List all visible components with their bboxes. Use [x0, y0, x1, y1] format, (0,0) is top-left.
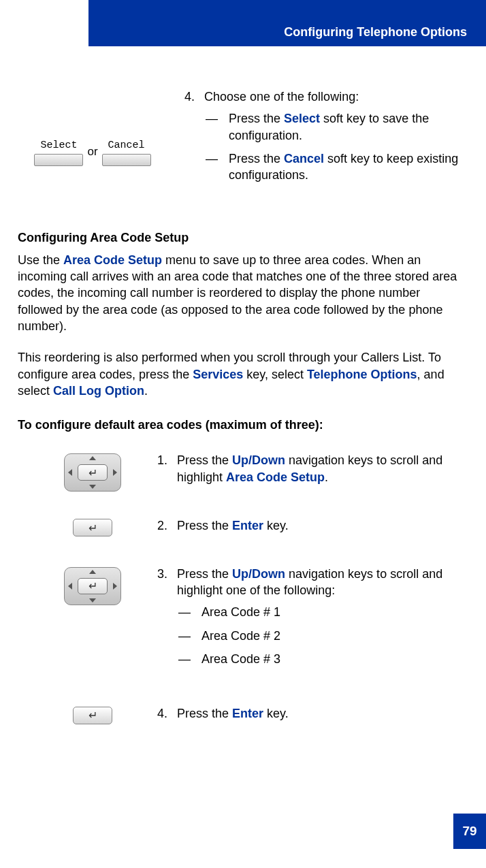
enter-keyword: Enter	[232, 519, 263, 532]
enter-keyword: Enter	[232, 707, 263, 720]
steps-block: ↵ 1. Press the Up/Down navigation keys t…	[18, 452, 468, 727]
text: Press the	[177, 707, 232, 720]
step3-opt1: — Area Code # 1	[177, 604, 468, 620]
step3-marker: 3.	[154, 566, 167, 674]
services-link: Services	[193, 368, 243, 381]
step3-icon-col: ↵	[59, 566, 127, 605]
step4b-text: 4. Press the Enter key.	[154, 705, 468, 727]
step4-item: 4. Choose one of the following: — Press …	[181, 89, 468, 190]
cancel-softkey-container: Cancel	[102, 139, 151, 166]
section-para1: Use the Area Code Setup menu to save up …	[18, 252, 468, 334]
nav-up-icon	[89, 570, 96, 574]
nav-cluster-icon: ↵	[64, 453, 121, 492]
step1-marker: 1.	[154, 452, 167, 485]
nav-right-icon	[113, 469, 117, 476]
step4b-item: 4. Press the Enter key.	[154, 705, 468, 722]
or-text: or	[87, 144, 97, 160]
text: key.	[263, 519, 289, 532]
step4-marker: 4.	[181, 89, 195, 190]
cancel-softkey-icon	[102, 154, 151, 166]
area-code-setup-keyword: Area Code Setup	[226, 470, 325, 484]
header-title: Configuring Telephone Options	[284, 25, 467, 39]
text: Press the	[229, 112, 284, 125]
step3-item: 3. Press the Up/Down navigation keys to …	[154, 566, 468, 674]
step4-opt-b-content: Press the Cancel soft key to keep existi…	[229, 150, 468, 184]
step1-item: 1. Press the Up/Down navigation keys to …	[154, 452, 468, 485]
step2-content: Press the Enter key.	[177, 517, 468, 534]
nav-enter-icon: ↵	[78, 578, 108, 594]
enter-key-icon: ↵	[73, 707, 112, 724]
step4-opt-a-content: Press the Select soft key to save the co…	[229, 110, 468, 144]
nav-right-icon	[113, 583, 117, 590]
page-number: 79	[462, 824, 476, 839]
step3-content: Press the Up/Down navigation keys to scr…	[177, 566, 468, 674]
section-para2: This reordering is also performed when y…	[18, 349, 468, 399]
step2-text: 2. Press the Enter key.	[154, 517, 468, 539]
step4-opt-b: — Press the Cancel soft key to keep exis…	[204, 150, 468, 184]
text: Press the	[177, 567, 232, 581]
step3-text: 3. Press the Up/Down navigation keys to …	[154, 566, 468, 679]
text: Press the	[177, 519, 232, 532]
step1-content: Press the Up/Down navigation keys to scr…	[177, 452, 468, 485]
dash-icon: —	[204, 150, 219, 184]
step2-icon-col: ↵	[59, 517, 127, 536]
updown-keyword: Up/Down	[232, 453, 285, 467]
select-softkey-label: Select	[40, 139, 77, 152]
step4b-icon-col: ↵	[59, 705, 127, 724]
text: .	[325, 470, 328, 484]
step3-opt3: — Area Code # 3	[177, 651, 468, 667]
dash-icon: —	[177, 604, 192, 620]
step2-item: 2. Press the Enter key.	[154, 517, 468, 534]
softkey-group: Select or Cancel	[18, 89, 167, 195]
step4-text: 4. Choose one of the following: — Press …	[181, 89, 468, 195]
text: Press the	[229, 152, 284, 165]
step2-row: ↵ 2. Press the Enter key.	[59, 517, 468, 539]
step1-row: ↵ 1. Press the Up/Down navigation keys t…	[59, 452, 468, 492]
text: key.	[263, 707, 289, 720]
step4b-marker: 4.	[154, 705, 167, 722]
text: .	[144, 384, 148, 398]
step3-opt2: — Area Code # 2	[177, 628, 468, 644]
step3-opt3-text: Area Code # 3	[201, 651, 468, 667]
subheading: To configure default area codes (maximum…	[18, 417, 468, 433]
nav-up-icon	[89, 456, 96, 460]
enter-key-icon: ↵	[73, 519, 112, 536]
nav-down-icon	[89, 485, 96, 489]
cancel-keyword: Cancel	[284, 152, 324, 165]
text: key, select	[243, 368, 307, 381]
step3-row: ↵ 3. Press the Up/Down navigation keys t…	[59, 566, 468, 679]
step4-opt-a: — Press the Select soft key to save the …	[204, 110, 468, 144]
area-code-setup-link: Area Code Setup	[63, 253, 162, 267]
dash-icon: —	[177, 628, 192, 644]
step4b-row: ↵ 4. Press the Enter key.	[59, 705, 468, 727]
page-content: Select or Cancel 4. Choose one of the fo…	[0, 0, 486, 728]
dash-icon: —	[177, 651, 192, 667]
step4b-content: Press the Enter key.	[177, 705, 468, 722]
step1-icon-col: ↵	[59, 452, 127, 492]
step4-row: Select or Cancel 4. Choose one of the fo…	[18, 89, 468, 195]
step3-sublist: — Area Code # 1 — Area Code # 2 — Area C…	[177, 604, 468, 667]
nav-cluster-icon: ↵	[64, 567, 121, 605]
text: Use the	[18, 253, 63, 267]
nav-down-icon	[89, 598, 96, 602]
dash-icon: —	[204, 110, 219, 144]
step4-intro: Choose one of the following:	[204, 89, 468, 105]
step2-marker: 2.	[154, 517, 167, 534]
updown-keyword: Up/Down	[232, 567, 285, 581]
select-softkey-icon	[34, 154, 83, 166]
step3-opt1-text: Area Code # 1	[201, 604, 468, 620]
nav-enter-icon: ↵	[78, 464, 108, 481]
select-keyword: Select	[284, 112, 320, 125]
section-heading: Configuring Area Code Setup	[18, 229, 468, 246]
call-log-option-link: Call Log Option	[53, 384, 144, 398]
nav-left-icon	[68, 583, 72, 590]
select-softkey-container: Select	[34, 139, 83, 166]
text: Press the	[177, 453, 232, 467]
cancel-softkey-label: Cancel	[108, 139, 145, 152]
telephone-options-link: Telephone Options	[307, 368, 417, 381]
step4-content: Choose one of the following: — Press the…	[204, 89, 468, 190]
step1-text: 1. Press the Up/Down navigation keys to …	[154, 452, 468, 491]
step3-opt2-text: Area Code # 2	[201, 628, 468, 644]
header-bar: Configuring Telephone Options	[88, 0, 486, 46]
step4-sublist: — Press the Select soft key to save the …	[204, 110, 468, 183]
